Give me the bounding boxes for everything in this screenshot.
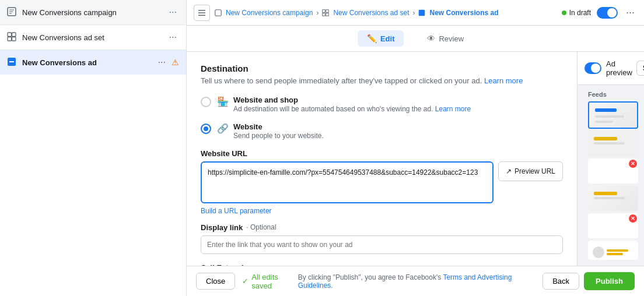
saved-label: All edits saved	[251, 273, 298, 290]
edit-icon: ✏️	[367, 34, 377, 43]
website-icon: 🔗	[217, 123, 229, 135]
radio-website-shop[interactable]	[201, 97, 211, 107]
display-link-label: Display link · Optional	[201, 223, 563, 232]
thumb-img-2	[588, 131, 638, 156]
breadcrumb-ad[interactable]: New Conversions ad	[418, 9, 498, 17]
back-btn[interactable]: Back	[542, 273, 579, 290]
svg-rect-2	[12, 33, 16, 37]
bottom-left: Close ✓ All edits saved	[196, 273, 298, 290]
saved-indicator: ✓ All edits saved	[242, 273, 298, 290]
bottom-center: By clicking "Publish", you agree to Face…	[298, 273, 543, 290]
breadcrumb-adset[interactable]: New Conversions ad set	[322, 9, 409, 17]
breadcrumb-campaign[interactable]: New Conversions campaign	[215, 9, 313, 17]
preview-content: f Facebook Feeds F Freedom	[578, 85, 644, 266]
ad-preview-label: Ad preview	[606, 59, 636, 77]
svg-rect-12	[323, 13, 326, 16]
feeds-label: Feeds	[588, 91, 638, 98]
sidebar-item-adset[interactable]: New Conversions ad set ···	[0, 25, 186, 50]
ad-label: New Conversions ad	[22, 58, 156, 67]
website-shop-icon: 🏪	[217, 96, 229, 108]
topbar-more-btn[interactable]: ···	[624, 4, 637, 21]
section-desc: Tell us where to send people immediately…	[201, 76, 563, 86]
adset-more-btn[interactable]: ···	[167, 31, 179, 44]
campaign-label: New Conversions campaign	[22, 8, 167, 17]
website-shop-title: Website and shop	[233, 96, 471, 104]
thumb-item-5[interactable]: ✕	[588, 213, 638, 238]
edit-review-tabs: ✏️ Edit 👁 Review	[187, 26, 644, 52]
section-title: Destination	[201, 64, 563, 73]
topbar: New Conversions campaign › New Conversio…	[187, 0, 644, 26]
website-info: Website Send people to your website.	[233, 122, 324, 141]
svg-rect-6	[198, 10, 205, 11]
tab-review[interactable]: 👁 Review	[418, 30, 473, 47]
preview-url-btn[interactable]: ↗ Preview URL	[498, 161, 563, 181]
ad-preview-switch[interactable]	[584, 62, 601, 74]
publish-btn[interactable]: Publish	[584, 272, 635, 290]
svg-rect-3	[8, 37, 12, 41]
display-link-input[interactable]	[201, 235, 563, 254]
thumb-item-ig[interactable]	[588, 241, 638, 260]
url-input-row: https://simplicite-en-famille.com/?px=55…	[201, 161, 563, 203]
campaign-actions: ···	[167, 6, 179, 19]
svg-rect-7	[198, 12, 205, 13]
thumb-img-4	[588, 186, 638, 211]
radio-website[interactable]	[201, 124, 211, 134]
thumb-error-icon: ✕	[629, 160, 637, 168]
ig-lines	[607, 249, 634, 255]
destination-option-website-shop[interactable]: 🏪 Website and shop Ad destination will b…	[201, 96, 563, 114]
toggle-knob	[607, 8, 617, 17]
website-desc: Send people to your website.	[233, 131, 324, 141]
campaign-sidebar: New Conversions campaign ··· New Convers…	[0, 0, 187, 296]
preview-header: Ad preview Share ▾ ⤢ Advanced Preview	[578, 52, 644, 85]
form-panel: Destination Tell us where to send people…	[187, 52, 578, 266]
sidebar-toggle-btn[interactable]	[194, 5, 210, 21]
sidebar-item-ad[interactable]: New Conversions ad ··· ⚠	[0, 50, 186, 75]
display-link-section: Display link · Optional	[201, 223, 563, 254]
thumb-item-4[interactable]	[588, 186, 638, 211]
breadcrumb-sep-1: ›	[316, 9, 318, 17]
build-url-link[interactable]: Build a URL parameter	[201, 207, 272, 215]
toggle-blue-knob	[591, 64, 600, 73]
thumb-item-active[interactable]	[588, 101, 638, 129]
breadcrumb-sep-2: ›	[412, 9, 415, 17]
external-link-icon: ↗	[506, 167, 512, 175]
shop-learn-more-link[interactable]: Learn more	[435, 105, 471, 113]
share-btn[interactable]: Share ▾	[636, 61, 644, 76]
sidebar-item-campaign[interactable]: New Conversions campaign ···	[0, 0, 186, 24]
close-btn[interactable]: Close	[196, 273, 235, 290]
thumb-item-2[interactable]	[588, 131, 638, 156]
svg-rect-8	[198, 15, 205, 16]
ad-actions: ··· ⚠	[156, 56, 179, 69]
ad-warning-icon: ⚠	[172, 58, 179, 67]
campaign-more-btn[interactable]: ···	[167, 6, 179, 19]
adset-label: New Conversions ad set	[22, 33, 167, 42]
website-url-input[interactable]: https://simplicite-en-famille.com/?px=55…	[201, 161, 494, 203]
bottom-bar: Close ✓ All edits saved By clicking "Pub…	[187, 266, 644, 296]
review-icon: 👁	[427, 34, 435, 43]
svg-rect-14	[419, 9, 425, 16]
ad-preview-toggle: Ad preview	[584, 59, 636, 77]
learn-more-link[interactable]: Learn more	[484, 76, 523, 85]
preview-sidebar: Feeds	[583, 91, 638, 260]
tab-edit[interactable]: ✏️ Edit	[358, 30, 404, 47]
website-url-section: Website URL https://simplicite-en-famill…	[201, 149, 563, 223]
website-shop-desc: Ad destination will be automated based o…	[233, 104, 471, 114]
destination-option-website[interactable]: 🔗 Website Send people to your website.	[201, 122, 563, 141]
website-title: Website	[233, 122, 324, 131]
checkmark-icon: ✓	[242, 277, 249, 286]
ad-icon	[7, 57, 18, 68]
svg-rect-4	[12, 37, 16, 41]
svg-rect-11	[326, 9, 329, 12]
svg-rect-9	[215, 9, 222, 16]
ig-thumb	[590, 243, 636, 260]
svg-rect-1	[8, 33, 12, 37]
thumb-item-3[interactable]: ✕	[588, 158, 638, 184]
preview-actions: Share ▾ ⤢ Advanced Preview	[636, 57, 644, 80]
ad-more-btn[interactable]: ···	[156, 56, 168, 69]
bottom-right: Back Publish	[542, 272, 635, 290]
website-shop-info: Website and shop Ad destination will be …	[233, 96, 471, 114]
svg-rect-10	[323, 9, 326, 12]
campaign-toggle[interactable]	[597, 7, 618, 19]
website-url-label: Website URL	[201, 149, 563, 158]
adset-icon	[7, 32, 18, 43]
